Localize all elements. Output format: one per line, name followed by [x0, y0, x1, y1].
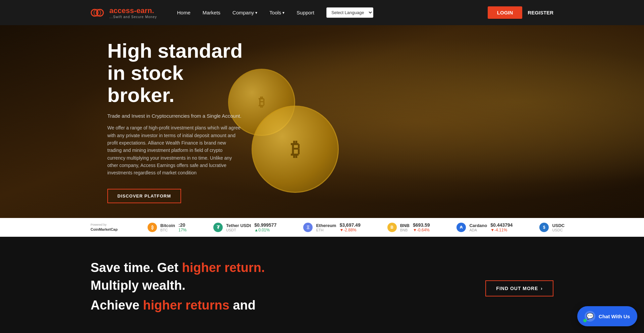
discover-button[interactable]: DISCOVER PLATFORM: [107, 189, 181, 203]
bnb-price-block: $693.59 ▼-0.64%: [413, 222, 430, 232]
ada-icon: ₳: [457, 223, 466, 232]
nav-company[interactable]: Company: [232, 10, 257, 15]
hero-title: High standard in stock broker.: [107, 40, 255, 106]
logo-icon: [91, 7, 107, 19]
ticker-btc: ₿ Bitcoin BTC :20 17%: [148, 222, 186, 232]
hero-subtitle: Trade and Invest in Cryptocurrencies fro…: [107, 113, 255, 119]
usdt-icon: ₮: [213, 223, 223, 232]
nav-home[interactable]: Home: [177, 10, 191, 15]
hero-section: ₿ ₿ High standard in stock broker. Trade…: [0, 25, 644, 218]
ticker-powered: Powered by CoinMarketCap: [91, 223, 121, 232]
chat-online-dot: [583, 319, 587, 322]
nav-support[interactable]: Support: [297, 10, 314, 15]
hero-content: High standard in stock broker. Trade and…: [0, 40, 255, 203]
login-button[interactable]: LOGIN: [488, 6, 523, 19]
btc-icon: ₿: [148, 223, 157, 232]
findout-button[interactable]: FIND OUT MORE ›: [485, 280, 553, 296]
nav-markets[interactable]: Markets: [203, 10, 220, 15]
achieve-title: Achieve higher returns and: [91, 298, 315, 313]
register-button[interactable]: REGISTER: [528, 10, 553, 15]
logo-sub: ...Swift and Secure Money: [109, 15, 157, 19]
btc-price-block: :20 17%: [178, 222, 186, 232]
nav-actions: LOGIN REGISTER: [488, 6, 553, 19]
multiply-title: Multiply wealth.: [91, 278, 315, 293]
ada-price-block: $0.443794 ▼-4.11%: [490, 222, 513, 232]
logo-text: access-earn. ...Swift and Secure Money: [109, 6, 157, 19]
usdc-info: USDC USDC: [552, 223, 565, 232]
usdc-icon: $: [539, 223, 549, 232]
btc-info: Bitcoin BTC: [160, 223, 175, 232]
nav-links: Home Markets Company Tools Support Selec…: [177, 7, 488, 18]
coin-decoration-2: ₿: [252, 106, 339, 193]
ticker-ada: ₳ Cardano ADA $0.443794 ▼-4.11%: [457, 222, 513, 232]
chat-widget[interactable]: 💬 Chat With Us: [577, 306, 637, 326]
ada-info: Cardano ADA: [469, 223, 487, 232]
chat-label: Chat With Us: [599, 314, 630, 319]
ticker-usdt: ₮ Tether USDt USDT $0.999577 ▲0.01%: [213, 222, 276, 232]
navbar: access-earn. ...Swift and Secure Money H…: [0, 0, 644, 25]
bnb-icon: B: [387, 223, 397, 232]
lower-right-content: FIND OUT MORE ›: [329, 260, 553, 296]
eth-icon: Ξ: [303, 223, 313, 232]
lower-section: Save time. Get higher return. Multiply w…: [0, 237, 644, 333]
bnb-info: BNB BNB: [400, 223, 410, 232]
hero-description: We offer a range of high-profit investme…: [107, 124, 241, 177]
ticker-usdc: $ USDC USDC: [539, 223, 565, 232]
save-title: Save time. Get higher return.: [91, 260, 315, 276]
logo-brand: access-earn.: [109, 6, 157, 15]
ticker-bar: Powered by CoinMarketCap ₿ Bitcoin BTC :…: [0, 218, 644, 237]
eth-info: Ethereum ETH: [316, 223, 336, 232]
eth-price-block: $3,697.49 ▼-2.88%: [339, 222, 360, 232]
ticker-bnb: B BNB BNB $693.59 ▼-0.64%: [387, 222, 430, 232]
usdt-info: Tether USDt USDT: [226, 223, 251, 232]
ticker-eth: Ξ Ethereum ETH $3,697.49 ▼-2.88%: [303, 222, 360, 232]
language-select[interactable]: Select Language: [326, 7, 373, 18]
logo[interactable]: access-earn. ...Swift and Secure Money: [91, 6, 157, 19]
usdt-price-block: $0.999577 ▲0.01%: [254, 222, 276, 232]
nav-tools[interactable]: Tools: [269, 10, 284, 15]
lower-left-content: Save time. Get higher return. Multiply w…: [91, 260, 315, 313]
